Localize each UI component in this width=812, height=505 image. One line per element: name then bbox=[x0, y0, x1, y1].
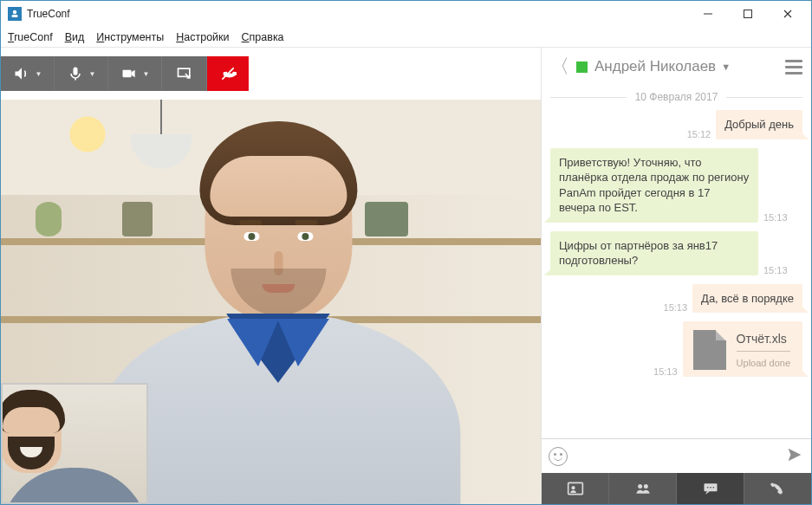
speaker-button[interactable]: ▼ bbox=[1, 56, 55, 91]
message-out: 15:12 Добрый день bbox=[550, 110, 802, 139]
chat-header: 〈 Андрей Николаев ▼ bbox=[542, 48, 811, 86]
tab-group[interactable] bbox=[609, 473, 676, 504]
microphone-button[interactable]: ▼ bbox=[55, 56, 108, 91]
svg-rect-3 bbox=[744, 10, 752, 18]
svg-rect-5 bbox=[75, 78, 76, 81]
svg-rect-1 bbox=[12, 15, 18, 17]
svg-point-12 bbox=[643, 484, 647, 489]
file-icon bbox=[693, 330, 726, 370]
svg-point-10 bbox=[571, 486, 575, 489]
message-in: Приветствую! Уточняю, что планёрка отдел… bbox=[550, 148, 802, 223]
bottom-tabs bbox=[542, 473, 811, 504]
send-button[interactable] bbox=[785, 445, 804, 468]
menubar: TTrueConfrueConf ВидВид ИнструментыИнстр… bbox=[1, 27, 811, 48]
main-video[interactable] bbox=[1, 100, 541, 504]
window-maximize-button[interactable] bbox=[728, 1, 768, 27]
message-out: 15:13 Да, всё в порядке bbox=[550, 284, 802, 314]
call-toolbar: ▼ ▼ ▼ bbox=[1, 56, 249, 94]
message-in: Цифры от партнёров за янв17 подготовлены… bbox=[550, 231, 802, 275]
message-file: 15:13 Отчёт.xls Upload done bbox=[550, 321, 802, 377]
file-status: Upload done bbox=[737, 357, 790, 370]
message-bubble[interactable]: Добрый день bbox=[716, 110, 802, 139]
message-bubble[interactable]: Да, всё в порядке bbox=[692, 284, 802, 314]
menu-view[interactable]: ВидВид bbox=[65, 31, 85, 43]
message-bubble[interactable]: Цифры от партнёров за янв17 подготовлены… bbox=[550, 231, 758, 275]
presence-indicator bbox=[576, 62, 588, 73]
chat-panel: 〈 Андрей Николаев ▼ 10 Февраля 2017 15:1… bbox=[541, 48, 811, 504]
file-attachment[interactable]: Отчёт.xls Upload done bbox=[683, 321, 802, 377]
self-view[interactable] bbox=[1, 383, 148, 504]
file-name: Отчёт.xls bbox=[737, 331, 790, 352]
chat-messages: 10 Февраля 2017 15:12 Добрый день Привет… bbox=[542, 86, 811, 438]
message-time: 15:13 bbox=[763, 212, 788, 223]
svg-point-16 bbox=[712, 487, 714, 489]
tab-call[interactable] bbox=[744, 473, 811, 504]
camera-button[interactable]: ▼ bbox=[108, 56, 162, 91]
message-time: 15:13 bbox=[653, 366, 678, 377]
menu-help[interactable]: СправкаСправка bbox=[242, 31, 284, 43]
message-time: 15:13 bbox=[664, 302, 688, 313]
remote-participant bbox=[96, 130, 460, 504]
message-input[interactable] bbox=[568, 450, 785, 463]
share-screen-button[interactable] bbox=[162, 56, 207, 91]
end-call-button[interactable] bbox=[207, 56, 249, 91]
window-minimize-button[interactable] bbox=[688, 1, 728, 27]
message-time: 15:12 bbox=[687, 129, 711, 139]
menu-app[interactable]: TTrueConfrueConf bbox=[8, 31, 53, 43]
chat-input-bar bbox=[542, 438, 811, 473]
message-bubble[interactable]: Приветствую! Уточняю, что планёрка отдел… bbox=[550, 148, 758, 223]
message-time: 15:13 bbox=[763, 265, 788, 275]
svg-point-0 bbox=[13, 10, 16, 14]
window-close-button[interactable] bbox=[768, 1, 808, 27]
back-icon[interactable]: 〈 bbox=[550, 54, 569, 80]
svg-point-15 bbox=[710, 487, 711, 489]
svg-rect-4 bbox=[73, 68, 77, 75]
svg-point-14 bbox=[706, 487, 708, 489]
svg-point-11 bbox=[638, 484, 642, 489]
svg-rect-2 bbox=[704, 14, 712, 15]
chat-contact-name[interactable]: Андрей Николаев bbox=[594, 58, 716, 75]
window-titlebar: TrueConf bbox=[1, 1, 811, 27]
emoji-button[interactable] bbox=[549, 447, 568, 466]
menu-settings[interactable]: НастройкиНастройки bbox=[176, 31, 229, 43]
app-icon bbox=[8, 7, 22, 21]
svg-rect-6 bbox=[122, 70, 131, 77]
chat-menu-button[interactable] bbox=[785, 60, 802, 74]
tab-contacts[interactable] bbox=[542, 473, 608, 504]
tab-chat[interactable] bbox=[677, 473, 744, 504]
video-pane: ▼ ▼ ▼ bbox=[1, 48, 541, 504]
menu-tools[interactable]: ИнструментыИнструменты bbox=[96, 31, 164, 43]
window-title: TrueConf bbox=[27, 8, 688, 20]
chevron-down-icon[interactable]: ▼ bbox=[721, 62, 731, 72]
date-separator: 10 Февраля 2017 bbox=[550, 91, 802, 103]
